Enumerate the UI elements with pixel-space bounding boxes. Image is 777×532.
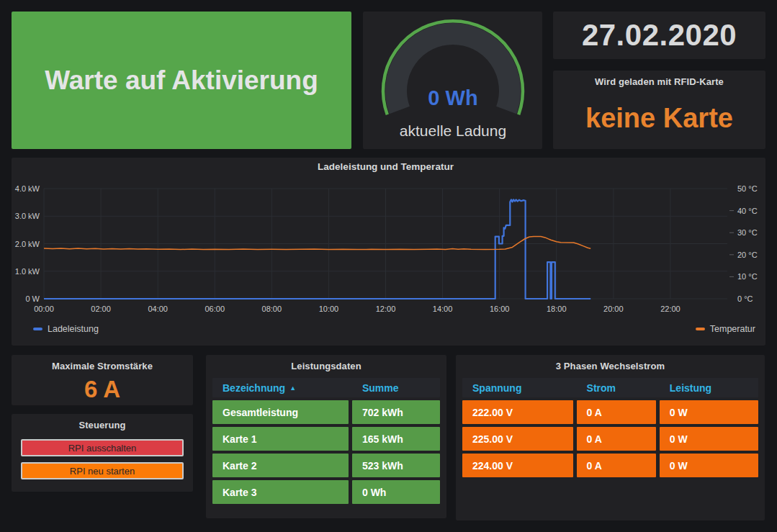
control-panel-title: Steuerung <box>12 414 193 430</box>
table-cell: Gesamtleistung <box>212 400 349 424</box>
rfid-panel-title: Wird geladen mit RFID-Karte <box>553 71 765 87</box>
phases-table-title: 3 Phasen Wechselstrom <box>462 355 758 371</box>
legend-label: Temperatur <box>710 324 755 334</box>
date-panel: 27.02.2020 <box>553 12 765 59</box>
table-body: 222.00 V0 A0 W225.00 V0 A0 W224.00 V0 A0… <box>462 400 758 477</box>
legend-label: Ladeleistung <box>48 324 99 334</box>
rpi-restart-button[interactable]: RPI neu starten <box>21 462 184 479</box>
x-tick-label: 20:00 <box>603 305 624 313</box>
table-cell: Karte 2 <box>212 454 349 477</box>
gauge-label: aktuelle Ladung <box>399 122 506 139</box>
current-charge-gauge-panel: 0 Wh aktuelle Ladung <box>363 12 542 149</box>
x-tick-label: 02:00 <box>91 305 111 313</box>
series-line-temperatur <box>44 236 590 249</box>
y-left-tick-label: 1.0 kW <box>15 267 40 276</box>
x-tick-label: 12:00 <box>376 305 396 313</box>
table-cell: 0 A <box>577 454 656 477</box>
y-left-tick-label: 4.0 kW <box>15 184 40 193</box>
power-table: Bezeichnung▲Summe Gesamtleistung702 kWhK… <box>212 378 440 504</box>
max-current-title: Maximale Stromstärke <box>12 355 193 371</box>
y-left-tick-label: 3.0 kW <box>15 212 40 220</box>
table-cell: 225.00 V <box>462 427 573 451</box>
table-row: Gesamtleistung702 kWh <box>212 400 440 424</box>
legend-item-ladeleistung[interactable]: Ladeleistung <box>33 324 99 334</box>
control-panel: Steuerung RPI ausschalten RPI neu starte… <box>12 414 193 492</box>
x-tick-label: 18:00 <box>547 305 567 313</box>
rfid-card-value: keine Karte <box>553 87 765 149</box>
table-row: Karte 1165 kWh <box>212 427 440 451</box>
x-tick-label: 06:00 <box>205 305 225 313</box>
column-header[interactable]: Strom <box>577 382 656 394</box>
x-tick-label: 16:00 <box>490 305 510 313</box>
y-right-tick-label: 30 °C <box>737 228 758 237</box>
table-cell: 523 kWh <box>352 454 440 477</box>
chart-panel: 0 W1.0 kW2.0 kW3.0 kW4.0 kW00:0002:0004:… <box>12 158 765 346</box>
column-header[interactable]: Spannung <box>462 382 573 394</box>
x-tick-label: 08:00 <box>262 305 282 313</box>
y-left-tick-label: 2.0 kW <box>15 240 40 248</box>
table-cell: 224.00 V <box>462 454 573 477</box>
chart-title: Ladeleistung und Temperatur <box>318 161 454 172</box>
gauge: 0 Wh aktuelle Ladung <box>370 16 536 145</box>
table-header: Bezeichnung▲Summe <box>212 378 440 397</box>
y-left-tick-label: 0 W <box>25 294 40 303</box>
max-current-panel: Maximale Stromstärke 6 A <box>12 355 193 405</box>
y-right-tick-label: 50 °C <box>737 184 758 193</box>
x-tick-label: 10:00 <box>319 305 339 313</box>
series-color-dash-blue <box>33 328 42 330</box>
table-cell: 222.00 V <box>462 400 573 424</box>
table-body: Gesamtleistung702 kWhKarte 1165 kWhKarte… <box>212 400 440 504</box>
y-right-tick-label: 0 °C <box>737 294 753 303</box>
column-header[interactable]: Bezeichnung▲ <box>212 382 349 394</box>
x-tick-label: 22:00 <box>660 305 681 313</box>
table-row: Karte 30 Wh <box>212 480 440 504</box>
table-row: 222.00 V0 A0 W <box>462 400 758 424</box>
power-data-table-panel: Leistungsdaten Bezeichnung▲Summe Gesamtl… <box>206 355 446 518</box>
table-cell: 165 kWh <box>352 427 440 451</box>
table-cell: 0 W <box>660 427 758 451</box>
y-right-tick-label: 20 °C <box>737 251 758 259</box>
power-table-title: Leistungsdaten <box>212 355 440 371</box>
x-tick-label: 04:00 <box>148 305 168 313</box>
date-value: 27.02.2020 <box>582 18 737 53</box>
y-right-tick-label: 10 °C <box>737 272 758 281</box>
table-cell: 0 A <box>577 400 656 424</box>
rfid-card-panel: Wird geladen mit RFID-Karte keine Karte <box>553 71 765 149</box>
y-right-tick-label: 40 °C <box>737 207 758 215</box>
gauge-value: 0 Wh <box>428 86 477 109</box>
table-cell: 702 kWh <box>352 400 440 424</box>
table-cell: 0 Wh <box>352 480 440 504</box>
x-tick-label: 00:00 <box>34 305 54 313</box>
chart-plot-area[interactable]: 0 W1.0 kW2.0 kW3.0 kW4.0 kW00:0002:0004:… <box>12 158 765 346</box>
table-row: Karte 2523 kWh <box>212 454 440 477</box>
table-row: 224.00 V0 A0 W <box>462 454 758 477</box>
max-current-value: 6 A <box>12 376 193 403</box>
table-cell: 0 W <box>660 400 758 424</box>
column-header[interactable]: Leistung <box>660 382 758 394</box>
column-header[interactable]: Summe <box>352 382 440 394</box>
table-row: 225.00 V0 A0 W <box>462 427 758 451</box>
sort-asc-icon: ▲ <box>289 384 296 392</box>
table-cell: Karte 1 <box>212 427 349 451</box>
x-tick-label: 14:00 <box>433 305 453 313</box>
table-header: SpannungStromLeistung <box>462 378 758 397</box>
series-color-dash-orange <box>696 328 705 330</box>
charge-status-panel: Warte auf Aktivierung <box>12 12 351 149</box>
legend-item-temperatur[interactable]: Temperatur <box>696 324 755 334</box>
table-cell: Karte 3 <box>212 480 349 504</box>
rpi-shutdown-button[interactable]: RPI ausschalten <box>21 439 184 456</box>
phases-table: SpannungStromLeistung 222.00 V0 A0 W225.… <box>462 378 758 477</box>
grafana-dashboard: Warte auf Aktivierung 0 Wh aktuelle Ladu… <box>0 0 777 532</box>
table-cell: 0 A <box>577 427 656 451</box>
charge-status-text: Warte auf Aktivierung <box>45 66 318 96</box>
three-phase-table-panel: 3 Phasen Wechselstrom SpannungStromLeist… <box>456 355 765 520</box>
table-cell: 0 W <box>660 454 758 477</box>
